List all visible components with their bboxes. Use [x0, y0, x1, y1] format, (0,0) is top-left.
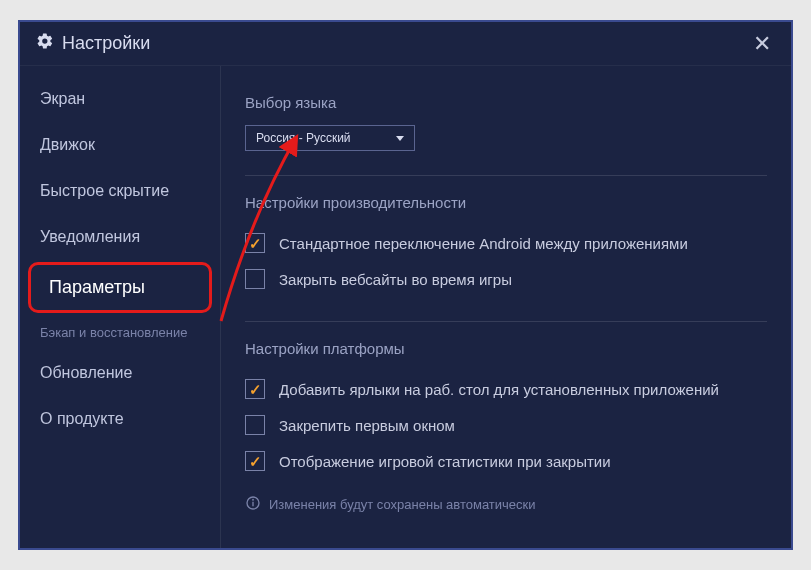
section-title-platform: Настройки платформы: [245, 340, 767, 357]
divider: [245, 175, 767, 176]
info-icon: [245, 495, 261, 514]
checkbox-android-switch[interactable]: [245, 233, 265, 253]
language-select[interactable]: Россия - Русский: [245, 125, 415, 151]
checkbox-game-stats[interactable]: [245, 451, 265, 471]
content-panel: Выбор языка Россия - Русский Настройки п…: [220, 66, 791, 548]
checkbox-row-pin-first: Закрепить первым окном: [245, 407, 767, 443]
checkbox-close-websites[interactable]: [245, 269, 265, 289]
sidebar-item-notifications[interactable]: Уведомления: [20, 214, 220, 260]
gear-icon: [36, 32, 54, 55]
caret-down-icon: [396, 136, 404, 141]
svg-point-3: [253, 499, 254, 500]
sidebar-item-bosskey[interactable]: Быстрое скрытие: [20, 168, 220, 214]
sidebar-item-preferences[interactable]: Параметры: [28, 262, 212, 313]
info-text: Изменения будут сохранены автоматически: [269, 497, 536, 512]
close-icon: ✕: [753, 31, 771, 56]
settings-window: Настройки ✕ Экран Движок Быстрое скрытие…: [18, 20, 793, 550]
window-body: Экран Движок Быстрое скрытие Уведомления…: [20, 66, 791, 548]
section-title-performance: Настройки производительности: [245, 194, 767, 211]
titlebar: Настройки ✕: [20, 22, 791, 66]
titlebar-title-group: Настройки: [36, 32, 150, 55]
sidebar: Экран Движок Быстрое скрытие Уведомления…: [20, 66, 220, 548]
close-button[interactable]: ✕: [749, 27, 775, 61]
sidebar-item-screen[interactable]: Экран: [20, 76, 220, 122]
sidebar-item-engine[interactable]: Движок: [20, 122, 220, 168]
divider: [245, 321, 767, 322]
checkbox-row-shortcuts: Добавить ярлыки на раб. стол для установ…: [245, 371, 767, 407]
checkbox-row-game-stats: Отображение игровой статистики при закры…: [245, 443, 767, 479]
checkbox-row-android-switch: Стандартное переключение Android между п…: [245, 225, 767, 261]
checkbox-label: Стандартное переключение Android между п…: [279, 235, 688, 252]
checkbox-label: Добавить ярлыки на раб. стол для установ…: [279, 381, 719, 398]
language-select-value: Россия - Русский: [256, 131, 351, 145]
checkbox-label: Закрепить первым окном: [279, 417, 455, 434]
checkbox-label: Закрыть вебсайты во время игры: [279, 271, 512, 288]
checkbox-pin-first[interactable]: [245, 415, 265, 435]
sidebar-item-update[interactable]: Обновление: [20, 350, 220, 396]
window-title: Настройки: [62, 33, 150, 54]
sidebar-item-backup[interactable]: Бэкап и восстановление: [20, 315, 220, 350]
checkbox-label: Отображение игровой статистики при закры…: [279, 453, 611, 470]
checkbox-shortcuts[interactable]: [245, 379, 265, 399]
sidebar-item-about[interactable]: О продукте: [20, 396, 220, 442]
info-row: Изменения будут сохранены автоматически: [245, 495, 767, 514]
section-title-language: Выбор языка: [245, 94, 767, 111]
checkbox-row-close-websites: Закрыть вебсайты во время игры: [245, 261, 767, 297]
